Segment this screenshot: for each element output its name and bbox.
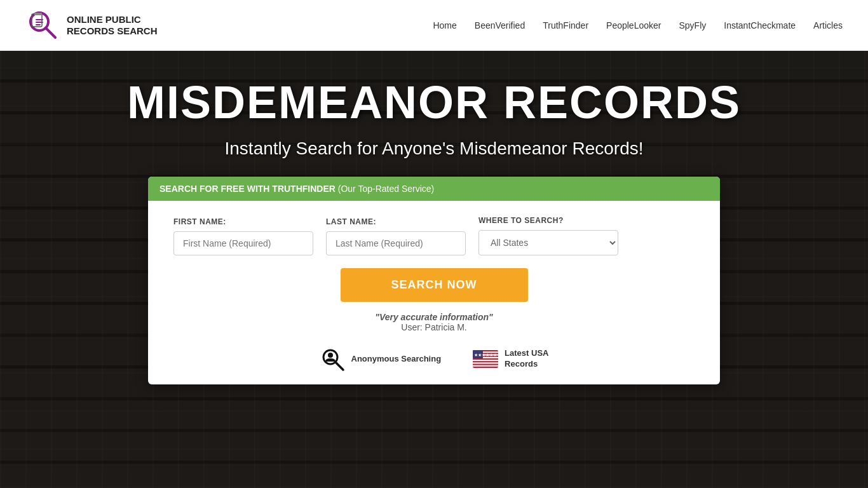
nav-peoplelooker[interactable]: PeopleLooker: [606, 20, 661, 30]
search-now-button[interactable]: SEARCH NOW: [341, 268, 528, 302]
last-name-input[interactable]: [326, 231, 466, 255]
nav-instantcheckmate[interactable]: InstantCheckmate: [724, 20, 796, 30]
search-fields: FIRST NAME: LAST NAME: WHERE TO SEARCH? …: [173, 216, 695, 255]
svg-line-8: [336, 362, 343, 370]
usa-records-label: Latest USA Records: [505, 348, 548, 370]
search-card-header: SEARCH FOR FREE WITH TRUTHFINDER (Our To…: [148, 177, 720, 201]
search-header-text: SEARCH FOR FREE WITH TRUTHFINDER (Our To…: [159, 184, 434, 194]
search-card: SEARCH FOR FREE WITH TRUTHFINDER (Our To…: [148, 177, 720, 384]
search-button-wrap: SEARCH NOW: [173, 268, 695, 302]
site-header: ONLINE PUBLIC RECORDS SEARCH Home BeenVe…: [0, 0, 868, 51]
where-label: WHERE TO SEARCH?: [478, 216, 618, 225]
anonymous-badge: Anonymous Searching: [320, 346, 442, 372]
nav-home[interactable]: Home: [433, 20, 456, 30]
first-name-input[interactable]: [173, 231, 313, 255]
first-name-group: FIRST NAME:: [173, 217, 313, 255]
state-group: WHERE TO SEARCH? All States AlabamaAlask…: [478, 216, 618, 255]
nav-truthfinder[interactable]: TruthFinder: [543, 20, 588, 30]
state-select[interactable]: All States AlabamaAlaskaArizonaArkansas …: [478, 230, 618, 255]
svg-line-1: [46, 28, 55, 37]
footer-badges: Anonymous Searching: [173, 342, 695, 372]
first-name-label: FIRST NAME:: [173, 217, 313, 226]
hero-subtitle: Instantly Search for Anyone's Misdemeano…: [225, 139, 644, 159]
logo-icon: [25, 8, 60, 43]
last-name-group: LAST NAME:: [326, 217, 466, 255]
svg-text:★★★★★★: ★★★★★★: [474, 353, 497, 357]
last-name-label: LAST NAME:: [326, 217, 466, 226]
svg-rect-14: [473, 360, 498, 361]
logo[interactable]: ONLINE PUBLIC RECORDS SEARCH: [25, 8, 158, 43]
main-nav: Home BeenVerified TruthFinder PeopleLook…: [433, 20, 843, 30]
nav-spyfly[interactable]: SpyFly: [679, 20, 706, 30]
usa-records-badge: ★★★★★★ Latest USA Records: [473, 346, 548, 372]
anonymous-search-icon: [320, 346, 345, 372]
svg-rect-16: [473, 365, 498, 367]
hero-title: MISDEMEANOR RECORDS: [127, 76, 741, 128]
hero-content: MISDEMEANOR RECORDS Instantly Search for…: [0, 76, 868, 384]
svg-point-9: [328, 353, 333, 358]
svg-rect-15: [473, 362, 498, 363]
testimonial: "Very accurate information" User: Patric…: [173, 312, 695, 332]
nav-beenverified[interactable]: BeenVerified: [475, 20, 525, 30]
search-card-body: FIRST NAME: LAST NAME: WHERE TO SEARCH? …: [148, 201, 720, 384]
svg-rect-6: [34, 13, 42, 15]
hero-section: MISDEMEANOR RECORDS Instantly Search for…: [0, 51, 868, 488]
anonymous-label: Anonymous Searching: [351, 354, 442, 365]
logo-text: ONLINE PUBLIC RECORDS SEARCH: [67, 14, 158, 37]
svg-rect-4: [36, 24, 41, 25]
usa-flag-icon: ★★★★★★: [473, 346, 498, 372]
nav-articles[interactable]: Articles: [813, 20, 843, 30]
